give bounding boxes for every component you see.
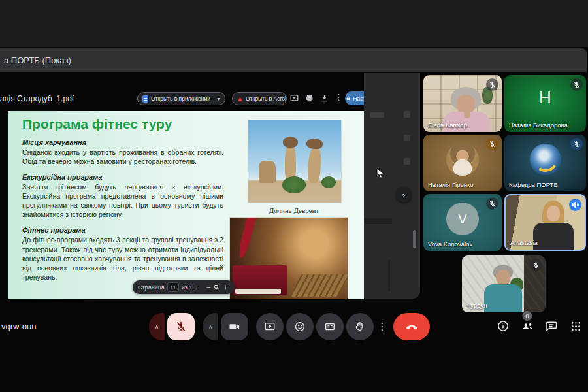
participant-name: Elena Karolop [428,122,467,129]
participant-name: Anastasia [510,239,538,246]
magnifier-icon[interactable] [213,284,220,291]
slide-section-body: Сніданок входить у вартість проживання в… [22,148,223,166]
activities-button[interactable] [568,319,583,333]
zoom-in-button[interactable]: + [223,284,227,291]
photo-devrent-valley [248,120,341,203]
chat-bubble-icon [545,319,558,333]
mic-muted-icon [573,81,580,88]
participant-tile-anastasia-speaking[interactable]: Anastasia [504,194,586,251]
tree [321,176,336,188]
rug [289,274,348,297]
participant-name: Наталія Гіренко [428,181,474,188]
participant-tile-elena[interactable]: Elena Karolop [423,75,502,132]
slide-section-body: Заняття фітнесом будуть чергуватися з ек… [22,182,223,219]
meet-window: а ПОРТБ (Показ) ація Стародуб_1.pdf Откр… [0,0,588,392]
mic-mute-button[interactable] [167,313,195,340]
page-number-input[interactable]: 11 [167,282,179,292]
slide-section-heading: Фітнес програма [22,226,223,234]
layout-grid-icon [324,321,336,333]
reactions-button[interactable] [286,313,314,340]
raise-hand-icon [354,321,366,333]
slide-section-heading: Місця харчування [22,139,223,146]
lock-icon [346,95,351,101]
present-screen-icon [264,321,276,333]
letter-avatar: V [446,203,479,235]
participant-count-badge: 8 [523,311,532,321]
bed-edge [235,289,281,294]
google-docs-icon [142,95,148,103]
slide-title: Програма фітнес туру [22,116,172,132]
panel-dim-icon [404,135,410,141]
more-controls-button[interactable]: ⋮ [376,313,388,340]
panel-dim-element [370,112,384,118]
participant-name: Vova Konovalov [428,240,472,248]
camera-options-chevron[interactable]: ∧ [203,313,218,340]
mic-muted-icon [489,81,496,88]
top-dark-region [0,0,588,47]
participant-name: Наталія Бикадорова [509,122,568,129]
mic-options-chevron[interactable]: ∧ [149,313,165,340]
pdf-filename: ація Стародуб_1.pdf [0,94,74,103]
participant-tile-girenko[interactable]: Наталія Гіренко [423,135,502,191]
rock-formation [259,161,276,183]
panel-thumbnail-edge [365,218,392,224]
apps-grid-icon [570,320,582,333]
participant-tile-kafedra[interactable]: Кафедра ПОРТБ [504,135,586,191]
slide-section-body: До фітнес-програми входять 3 лекції та г… [22,235,223,281]
slide-text-column: Місця харчування Сніданок входить у варт… [22,139,223,289]
open-in-app-button[interactable]: Открыть в приложении "Go... [137,92,213,105]
department-logo [530,144,561,175]
next-page-button[interactable]: › [396,187,412,203]
participants-button[interactable]: 8 [520,319,534,333]
rock-cap [306,138,323,150]
zoom-out-button[interactable]: − [206,284,210,291]
panel-dim-icon [404,158,410,165]
photo-avatar [446,143,479,176]
shared-window-titlebar: а ПОРТБ (Показ) [0,48,587,72]
mic-muted-badge [570,78,583,91]
viewer-side-panel [364,73,420,299]
meet-right-icons: 8 [496,319,583,333]
letter-avatar: H [539,88,551,108]
print-icon[interactable] [304,93,314,103]
download-icon[interactable] [319,93,329,103]
end-call-button[interactable] [393,313,430,340]
meeting-info-button[interactable] [496,319,510,333]
participant-tile-vova[interactable]: V Vova Konovalov [423,194,502,251]
mouse-cursor [376,167,385,179]
chevron-down-icon: ▾ [217,96,220,102]
meeting-code: vqrw-oun [1,321,36,331]
chat-button[interactable] [544,319,559,333]
open-in-app-dropdown[interactable]: ▾ [212,92,225,105]
panel-divider [388,260,390,291]
participant-tile-bykadorova[interactable]: H Наталія Бикадорова [504,75,586,132]
info-icon [497,319,510,333]
photo-caption: Долина Деврент [244,206,344,214]
mic-muted-icon [489,200,496,207]
participant-name: Чурдун [466,302,487,309]
present-screen-button[interactable] [256,313,284,340]
mic-muted-badge [486,138,498,150]
mic-muted-badge [486,197,498,210]
open-in-acrobat-button[interactable]: Открыть в Acrobat [232,92,287,105]
audio-level-badge [569,199,581,211]
shared-window-title: а ПОРТБ (Показ) [4,56,71,65]
mic-muted-badge [570,138,583,150]
more-options-icon[interactable]: ⋮ [335,92,341,102]
camera-icon [229,321,240,333]
mic-muted-badge [486,78,498,91]
page-total: из 15 [182,284,196,291]
mic-muted-icon [489,140,496,148]
add-comment-icon[interactable] [289,93,299,103]
viewer-scrollbar[interactable] [413,230,416,248]
layout-button[interactable] [316,313,344,340]
participant-tile-churdun[interactable]: Чурдун [462,255,546,312]
camera-button[interactable] [221,313,248,340]
participant-name: Кафедра ПОРТБ [509,181,558,188]
mic-muted-icon [532,261,540,269]
emoji-smile-icon [294,321,306,333]
mic-muted-badge [530,259,542,271]
rock-pillar [307,146,322,183]
raise-hand-button[interactable] [346,313,374,340]
mic-muted-icon [573,140,580,148]
